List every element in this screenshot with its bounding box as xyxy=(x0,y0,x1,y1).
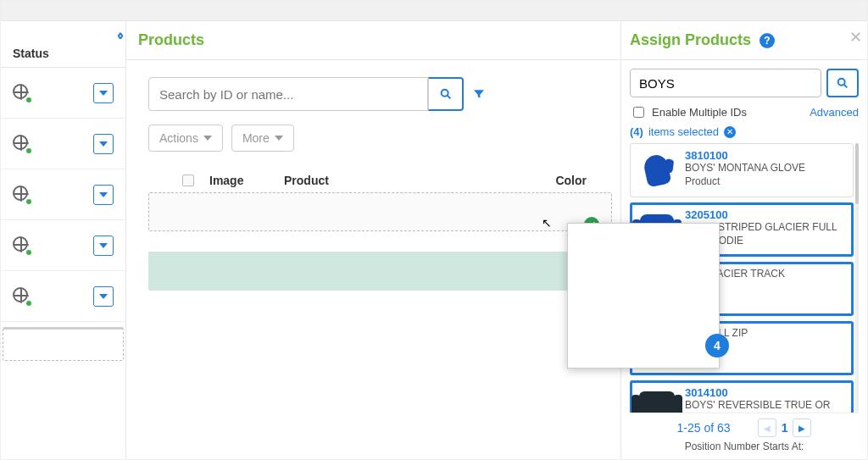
status-row-menu[interactable] xyxy=(93,83,114,103)
assign-title: Assign Products xyxy=(630,31,751,49)
advanced-link[interactable]: Advanced xyxy=(810,106,859,119)
svg-point-0 xyxy=(441,90,448,97)
product-search-button[interactable] xyxy=(428,77,464,111)
status-heading: Status xyxy=(1,21,125,68)
selected-text: items selected xyxy=(648,125,719,138)
page-next-button[interactable]: ▶ xyxy=(793,418,811,437)
items-selected-row: (4) items selected ✕ xyxy=(630,125,859,138)
assign-search-input[interactable] xyxy=(630,69,821,97)
product-card[interactable]: 3810100 BOYS' MONTANA GLOVE Product xyxy=(630,143,854,197)
status-row[interactable] xyxy=(1,169,125,220)
position-label: Position Number Starts At: xyxy=(630,437,859,459)
page-number-input[interactable]: 1 xyxy=(782,421,788,435)
products-panel: Products Actions xyxy=(126,21,621,459)
search-icon xyxy=(439,87,453,101)
product-sub: Product xyxy=(685,175,848,189)
product-name: BOYS' REVERSIBLE TRUE OR FALSE JACKET xyxy=(685,399,848,413)
svg-line-3 xyxy=(844,85,848,88)
app-window: ‹› Status Products xyxy=(0,0,868,460)
select-all-checkbox[interactable] xyxy=(182,175,194,186)
pager: 1-25 of 63 ◀ 1 ▶ xyxy=(630,413,859,437)
product-id: 3810100 xyxy=(685,149,848,162)
product-thumb xyxy=(636,386,678,413)
status-row[interactable] xyxy=(1,271,125,322)
drag-proxy: 4 xyxy=(567,223,720,369)
next-icon[interactable]: › xyxy=(119,26,120,43)
left-panel: ‹› Status xyxy=(1,21,126,459)
actions-dropdown[interactable]: Actions xyxy=(148,125,223,152)
chevron-down-icon xyxy=(203,136,212,141)
top-bar xyxy=(1,1,867,21)
page-prev-button[interactable]: ◀ xyxy=(758,418,776,437)
status-row-menu[interactable] xyxy=(93,185,114,205)
more-dropdown[interactable]: More xyxy=(231,125,294,152)
product-id: 3014100 xyxy=(685,386,848,399)
main-columns: ‹› Status Products xyxy=(1,21,867,459)
col-product: Product xyxy=(284,174,329,187)
filter-icon[interactable] xyxy=(472,87,486,101)
chevron-down-icon xyxy=(275,136,283,141)
selected-count: (4) xyxy=(630,125,643,138)
drag-count-badge: 4 xyxy=(705,334,729,357)
globe-online-icon xyxy=(13,135,31,153)
search-row xyxy=(148,77,612,111)
enable-multiple-checkbox[interactable] xyxy=(633,107,644,118)
help-icon[interactable]: ? xyxy=(760,33,775,48)
svg-line-1 xyxy=(447,96,450,99)
status-row[interactable] xyxy=(1,119,125,169)
pager-text: 1-25 of 63 xyxy=(677,421,731,435)
status-row[interactable] xyxy=(1,68,125,119)
nav-arrows[interactable]: ‹› xyxy=(117,26,120,44)
assign-scrollbar[interactable] xyxy=(855,143,859,413)
search-icon xyxy=(836,76,849,90)
globe-online-icon xyxy=(13,84,31,103)
globe-online-icon xyxy=(13,186,31,204)
status-row-menu[interactable] xyxy=(93,134,114,154)
product-card[interactable]: 3014100 BOYS' REVERSIBLE TRUE OR FALSE J… xyxy=(630,380,854,413)
status-row-menu[interactable] xyxy=(93,236,114,256)
product-thumb xyxy=(636,149,678,191)
globe-online-icon xyxy=(13,236,31,255)
status-row-menu[interactable] xyxy=(93,286,114,307)
product-name: BOYS' MONTANA GLOVE xyxy=(685,162,848,175)
globe-online-icon xyxy=(13,287,31,306)
more-label: More xyxy=(242,131,270,145)
svg-point-2 xyxy=(838,79,845,86)
status-row[interactable] xyxy=(1,220,125,271)
close-icon[interactable]: ✕ xyxy=(849,30,862,45)
clear-selection-icon[interactable]: ✕ xyxy=(724,126,736,138)
products-title: Products xyxy=(126,21,620,60)
scroll-thumb[interactable] xyxy=(855,143,859,204)
col-color: Color xyxy=(555,174,612,187)
product-id: 3205100 xyxy=(685,208,848,221)
product-drop-row-active[interactable] xyxy=(148,252,612,291)
product-drop-row[interactable] xyxy=(148,192,612,231)
enable-multiple-ids[interactable]: Enable Multiple IDs xyxy=(630,104,747,120)
actions-label: Actions xyxy=(159,131,198,145)
col-image: Image xyxy=(209,174,269,187)
status-drop-target[interactable] xyxy=(3,327,124,361)
product-table-header: Image Product Color xyxy=(182,174,612,187)
product-search-input[interactable] xyxy=(148,77,428,111)
enable-multiple-label: Enable Multiple IDs xyxy=(652,106,747,119)
assign-search-button[interactable] xyxy=(826,69,859,97)
